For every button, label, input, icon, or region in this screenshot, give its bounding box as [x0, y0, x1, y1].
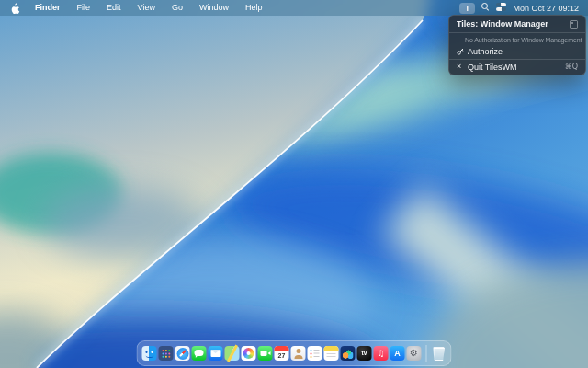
dock-separator — [426, 345, 427, 362]
dock-item-system-settings[interactable]: ⚙ — [407, 346, 422, 361]
gear-icon: ⚙ — [410, 349, 418, 358]
menu-item-authorize[interactable]: Authorize — [449, 45, 585, 57]
dock-item-music[interactable]: ♫ — [374, 346, 389, 361]
close-icon: × — [457, 63, 468, 71]
dock-item-contacts[interactable] — [291, 346, 306, 361]
tiles-menu-panel: Tiles: Window Manager No Authorization f… — [448, 15, 586, 75]
dock-item-freeform[interactable] — [341, 346, 356, 361]
apple-menu[interactable] — [9, 3, 27, 14]
key-icon — [457, 48, 468, 55]
apple-icon — [11, 3, 20, 14]
dock-item-app-store[interactable]: A — [390, 346, 405, 361]
menu-item-no-authorization: No Authorization for Window Management — [449, 34, 585, 45]
menubar-clock[interactable]: Mon Oct 27 09:12 — [513, 4, 579, 13]
calendar-day: 27 — [275, 351, 289, 361]
control-center-icon — [496, 3, 506, 11]
menu-divider — [449, 32, 585, 33]
search-icon — [481, 3, 490, 11]
menubar-item-edit[interactable]: Edit — [98, 0, 130, 16]
app-store-glyph: A — [394, 350, 401, 358]
tiles-menubar-item[interactable]: T — [459, 3, 476, 14]
dock-item-tv[interactable]: tv — [357, 346, 372, 361]
tiles-menu-header: Tiles: Window Manager — [449, 17, 585, 30]
dock-item-trash[interactable] — [432, 346, 447, 361]
menu-bar: Finder File Edit View Go Window Help T M… — [0, 0, 588, 16]
dock-item-reminders[interactable] — [308, 346, 322, 361]
menubar-item-file[interactable]: File — [69, 0, 99, 16]
music-note-icon: ♫ — [377, 350, 384, 358]
menubar-status-area: T Mon Oct 27 09:12 — [459, 3, 579, 14]
control-center-button[interactable] — [496, 3, 506, 13]
dock-item-maps[interactable] — [225, 346, 240, 361]
quit-shortcut: ⌘Q — [565, 63, 578, 71]
menubar-item-window[interactable]: Window — [191, 0, 237, 16]
menubar-item-view[interactable]: View — [130, 0, 164, 16]
spotlight-button[interactable] — [481, 3, 490, 13]
quit-label: Quit TilesWM — [468, 63, 517, 72]
dock-item-finder[interactable] — [142, 346, 157, 361]
dock-item-safari[interactable] — [175, 346, 190, 361]
dock-item-photos[interactable] — [242, 346, 256, 361]
menubar-item-help[interactable]: Help — [237, 0, 271, 16]
window-icon — [570, 20, 578, 29]
tiles-menu-title: Tiles: Window Manager — [457, 19, 548, 29]
tv-logo: tv — [362, 351, 368, 357]
dock-item-mail[interactable] — [209, 346, 223, 361]
menu-divider — [449, 59, 585, 60]
dock-item-notes[interactable] — [324, 346, 339, 361]
desktop: Finder File Edit View Go Window Help T M… — [0, 0, 588, 368]
dock: 27 tv ♫ A ⚙ — [137, 340, 452, 366]
authorize-label: Authorize — [468, 47, 503, 56]
trash-icon — [433, 348, 445, 361]
menubar-item-go[interactable]: Go — [164, 0, 191, 16]
dock-item-messages[interactable] — [192, 346, 207, 361]
dock-item-facetime[interactable] — [258, 346, 273, 361]
menubar-item-finder[interactable]: Finder — [27, 0, 69, 16]
dock-item-launchpad[interactable] — [159, 346, 174, 361]
dock-item-calendar[interactable]: 27 — [275, 346, 289, 361]
menu-item-quit[interactable]: × Quit TilesWM ⌘Q — [449, 61, 585, 73]
